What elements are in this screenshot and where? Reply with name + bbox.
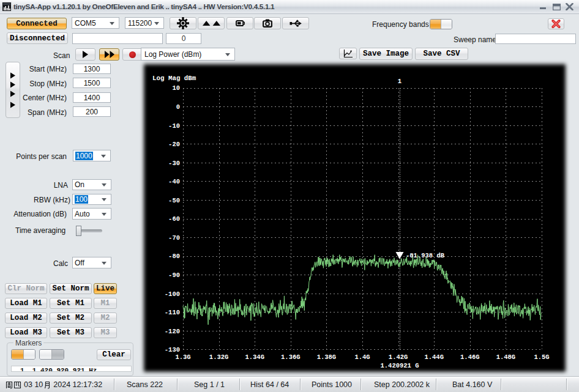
svg-text:-70: -70 bbox=[168, 234, 180, 242]
svg-text:1.4G: 1.4G bbox=[354, 353, 370, 361]
svg-text:1.44G: 1.44G bbox=[424, 353, 444, 361]
svg-text:0: 0 bbox=[176, 103, 180, 111]
svg-text:-10: -10 bbox=[168, 122, 180, 130]
svg-text:-50: -50 bbox=[168, 197, 180, 204]
svg-text:-130: -130 bbox=[165, 346, 180, 353]
svg-text:1.38G: 1.38G bbox=[317, 353, 337, 361]
svg-text:1.42G: 1.42G bbox=[389, 353, 408, 361]
svg-text:-100: -100 bbox=[165, 290, 180, 298]
svg-text:1: 1 bbox=[398, 78, 402, 85]
svg-text:-40: -40 bbox=[168, 178, 180, 185]
svg-text:1.3G: 1.3G bbox=[175, 353, 190, 361]
svg-text:10: 10 bbox=[172, 84, 180, 92]
svg-text:-30: -30 bbox=[168, 160, 180, 167]
svg-text:-20: -20 bbox=[168, 141, 180, 148]
svg-text:-81.938 dB: -81.938 dB bbox=[406, 252, 445, 259]
svg-text:Log Mag dBm: Log Mag dBm bbox=[152, 75, 196, 82]
svg-text:1.5G: 1.5G bbox=[534, 353, 549, 361]
svg-text:1.46G: 1.46G bbox=[460, 353, 480, 361]
svg-text:1.32G: 1.32G bbox=[209, 353, 229, 361]
svg-text:-120: -120 bbox=[165, 328, 180, 335]
svg-text:-110: -110 bbox=[165, 309, 180, 316]
svg-text:1.34G: 1.34G bbox=[245, 353, 264, 361]
svg-text:-90: -90 bbox=[168, 272, 180, 279]
svg-text:1.420921 G: 1.420921 G bbox=[380, 362, 419, 369]
svg-text:-60: -60 bbox=[168, 215, 180, 223]
svg-text:1.48G: 1.48G bbox=[496, 353, 516, 361]
svg-text:-80: -80 bbox=[168, 253, 180, 260]
svg-text:1.36G: 1.36G bbox=[281, 353, 301, 361]
